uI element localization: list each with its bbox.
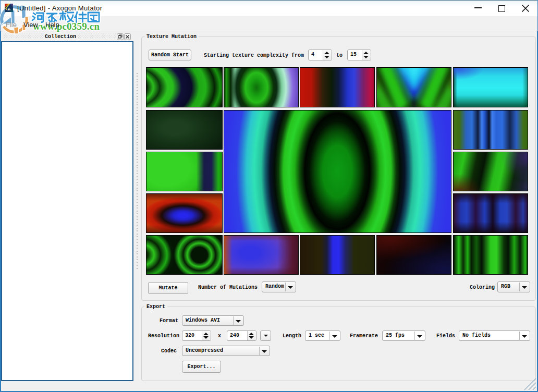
svg-text:www.pc0359.cn: www.pc0359.cn xyxy=(33,21,100,32)
